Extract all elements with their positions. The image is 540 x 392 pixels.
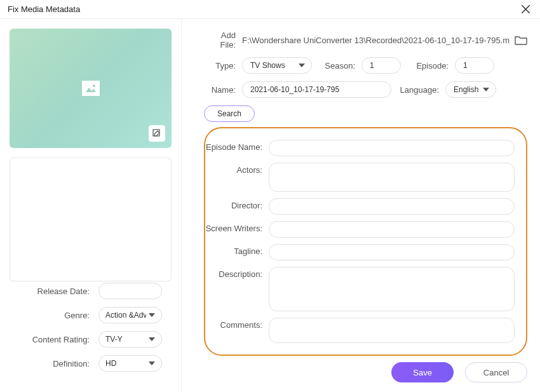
episode-name-label: Episode Name: bbox=[205, 140, 269, 152]
save-button[interactable]: Save bbox=[391, 362, 454, 382]
description-label: Description: bbox=[205, 267, 269, 279]
left-form: Release Date: Genre: Action &Adv Content… bbox=[10, 283, 172, 382]
titlebar: Fix Media Metadata bbox=[0, 0, 540, 19]
add-file-label: Add File: bbox=[204, 30, 242, 50]
type-select[interactable]: TV Shows bbox=[242, 57, 312, 74]
director-label: Director: bbox=[205, 198, 269, 210]
bottom-buttons: Save Cancel bbox=[391, 362, 527, 382]
actors-input[interactable] bbox=[269, 163, 515, 192]
description-input[interactable] bbox=[269, 267, 515, 311]
folder-icon bbox=[515, 35, 527, 45]
details-section: Episode Name: Actors: Director: Screen W… bbox=[204, 127, 527, 356]
left-panel: Release Date: Genre: Action &Adv Content… bbox=[0, 19, 182, 392]
screen-writers-label: Screen Writers: bbox=[205, 221, 269, 233]
svg-rect-0 bbox=[84, 83, 98, 94]
edit-thumbnail-button[interactable] bbox=[149, 125, 165, 142]
close-icon bbox=[522, 5, 530, 13]
genre-select[interactable]: Action &Adv bbox=[98, 307, 162, 323]
season-input[interactable] bbox=[361, 57, 401, 74]
image-placeholder-icon bbox=[82, 81, 100, 96]
screen-writers-input[interactable] bbox=[269, 221, 515, 238]
edit-icon bbox=[152, 129, 161, 138]
add-file-path: F:\Wondershare UniConverter 13\Recorded\… bbox=[242, 36, 510, 45]
content: Release Date: Genre: Action &Adv Content… bbox=[0, 19, 540, 392]
svg-point-2 bbox=[93, 84, 95, 87]
season-label: Season: bbox=[312, 61, 361, 71]
episode-name-input[interactable] bbox=[269, 140, 515, 156]
release-date-label: Release Date: bbox=[10, 287, 98, 296]
content-rating-label: Content Rating: bbox=[10, 335, 98, 344]
release-date-input[interactable] bbox=[98, 283, 162, 299]
cancel-button[interactable]: Cancel bbox=[465, 362, 527, 382]
search-button[interactable]: Search bbox=[204, 105, 255, 122]
comments-input[interactable] bbox=[269, 318, 515, 343]
episode-label: Episode: bbox=[401, 61, 455, 71]
right-panel: Add File: F:\Wondershare UniConverter 13… bbox=[182, 19, 540, 392]
tagline-label: Tagline: bbox=[205, 244, 269, 256]
episode-input[interactable] bbox=[455, 57, 494, 74]
definition-label: Definition: bbox=[10, 359, 98, 368]
tagline-input[interactable] bbox=[269, 244, 515, 260]
content-rating-select[interactable]: TV-Y bbox=[98, 331, 162, 348]
close-button[interactable] bbox=[516, 0, 535, 19]
browse-file-button[interactable] bbox=[515, 35, 527, 45]
name-input[interactable] bbox=[242, 81, 391, 98]
definition-select[interactable]: HD bbox=[98, 355, 162, 372]
window-title: Fix Media Metadata bbox=[8, 4, 80, 14]
name-label: Name: bbox=[204, 85, 242, 95]
language-label: Language: bbox=[391, 85, 445, 95]
director-input[interactable] bbox=[269, 198, 515, 215]
actors-label: Actors: bbox=[205, 163, 269, 175]
type-label: Type: bbox=[204, 61, 242, 71]
language-select[interactable]: English bbox=[445, 81, 496, 98]
media-thumbnail bbox=[10, 29, 172, 148]
search-results-list[interactable] bbox=[10, 158, 172, 281]
genre-label: Genre: bbox=[10, 311, 98, 320]
comments-label: Comments: bbox=[205, 318, 269, 330]
